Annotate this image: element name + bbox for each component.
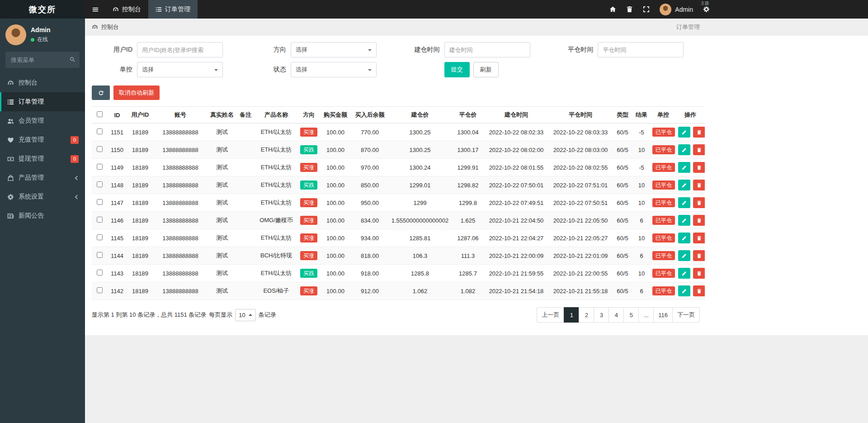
row-checkbox[interactable] — [97, 164, 103, 170]
pagination-button[interactable]: 3 — [594, 307, 609, 323]
delete-button[interactable] — [693, 250, 705, 261]
sidebar-item-label: 产品管理 — [19, 174, 44, 182]
cell-user-id: 18189 — [127, 159, 153, 176]
sidebar-toggle-button[interactable] — [85, 0, 105, 19]
heart-icon — [7, 137, 14, 143]
delete-button[interactable] — [693, 268, 705, 279]
row-checkbox[interactable] — [97, 234, 103, 240]
pagination-button[interactable]: 116 — [653, 307, 673, 323]
edit-button[interactable] — [678, 162, 690, 173]
delete-button[interactable] — [693, 233, 705, 243]
delete-button[interactable] — [693, 144, 705, 155]
row-checkbox[interactable] — [97, 217, 103, 223]
row-checkbox[interactable] — [97, 287, 103, 293]
tab-dashboard[interactable]: 控制台 — [105, 0, 148, 19]
row-checkbox[interactable] — [97, 270, 103, 276]
table-header-cell: 真实姓名 — [208, 107, 236, 124]
sidebar-item-withdraw[interactable]: 提现管理 0 — [0, 149, 85, 168]
cell-product: ETH/以太坊 — [255, 159, 298, 176]
close-time-input[interactable] — [598, 42, 684, 57]
per-page-select[interactable]: 10 — [235, 309, 255, 321]
pagination-button[interactable]: ... — [638, 307, 654, 323]
control-select[interactable]: 选择 — [137, 62, 223, 77]
cell-user-id: 18189 — [127, 141, 153, 159]
edit-button[interactable] — [678, 180, 690, 190]
delete-button[interactable] — [693, 127, 705, 138]
edit-button[interactable] — [678, 215, 690, 226]
cell-remark — [236, 265, 255, 282]
submit-button[interactable]: 提交 — [444, 62, 470, 77]
user-menu[interactable]: Admin — [660, 4, 693, 15]
delete-button[interactable] — [693, 285, 705, 296]
sidebar-item-dashboard[interactable]: 控制台 — [0, 73, 85, 92]
edit-button[interactable] — [678, 250, 690, 261]
sidebar-item-members[interactable]: 会员管理 — [0, 111, 85, 130]
settings-button[interactable] — [703, 6, 710, 13]
pagination-button[interactable]: 1 — [564, 307, 579, 323]
direction-badge: 买跌 — [300, 269, 317, 278]
home-button[interactable] — [609, 6, 616, 13]
row-checkbox[interactable] — [97, 128, 103, 134]
search-input[interactable] — [5, 52, 80, 68]
cell-user-id: 18189 — [127, 212, 153, 229]
edit-button[interactable] — [678, 127, 690, 138]
list-icon — [7, 99, 14, 105]
cell-account: 13888888888 — [153, 265, 208, 282]
row-checkbox[interactable] — [97, 146, 103, 152]
pencil-icon — [682, 165, 687, 170]
sidebar-item-label: 提现管理 — [19, 155, 44, 163]
edit-button[interactable] — [678, 285, 690, 296]
edit-button[interactable] — [678, 268, 690, 279]
table-header-cell: 单控 — [651, 107, 676, 124]
cell-open-time: 2022-10-21 22:04:50 — [484, 212, 548, 229]
pagination-button[interactable]: 5 — [623, 307, 639, 323]
banknote-icon — [7, 156, 14, 162]
sidebar-item-settings[interactable]: 系统设置 — [0, 187, 85, 206]
pagination-button[interactable]: 下一页 — [672, 307, 700, 323]
cell-remark — [236, 194, 255, 212]
sidebar-item-recharge[interactable]: 充值管理 0 — [0, 130, 85, 149]
edit-button[interactable] — [678, 233, 690, 243]
cell-real-name: 测试 — [208, 229, 236, 247]
breadcrumb-left[interactable]: 控制台 — [101, 23, 119, 31]
online-dot-icon — [31, 38, 34, 42]
sidebar-item-news[interactable]: 新闻公告 — [0, 206, 85, 225]
clear-cache-button[interactable] — [626, 6, 633, 13]
control-badge: 已平仓 — [652, 128, 675, 137]
delete-button[interactable] — [693, 197, 705, 208]
sidebar-item-orders[interactable]: 订单管理 — [0, 92, 85, 111]
edit-button[interactable] — [678, 144, 690, 155]
cell-balance: 850.00 — [351, 176, 388, 194]
delete-button[interactable] — [693, 215, 705, 226]
refresh-button[interactable]: 刷新 — [473, 62, 499, 77]
cell-amount: 100.00 — [320, 194, 351, 212]
cell-result: 10 — [632, 229, 651, 247]
users-icon — [7, 118, 14, 124]
fullscreen-button[interactable] — [643, 6, 650, 13]
cancel-auto-refresh-button[interactable]: 取消自动刷新 — [113, 86, 160, 100]
delete-button[interactable] — [693, 180, 705, 190]
user-id-input[interactable] — [137, 42, 223, 57]
delete-button[interactable] — [693, 162, 705, 173]
table-header-cell: 结果 — [632, 107, 651, 124]
sidebar-item-products[interactable]: 产品管理 — [0, 168, 85, 187]
pagination-button[interactable]: 上一页 — [537, 307, 564, 323]
table-row: 1146 18189 13888888888 测试 OMG/嫩模币 买涨 100… — [92, 212, 705, 229]
pagination-button[interactable]: 2 — [579, 307, 594, 323]
direction-select[interactable]: 选择 — [291, 42, 377, 57]
status-select[interactable]: 选择 — [291, 62, 377, 77]
edit-button[interactable] — [678, 197, 690, 208]
open-time-input[interactable] — [444, 42, 530, 57]
cell-type: 60/5 — [613, 141, 632, 159]
row-checkbox[interactable] — [97, 252, 103, 258]
cell-remark — [236, 141, 255, 159]
pagination-button[interactable]: 4 — [609, 307, 624, 323]
tab-orders[interactable]: 订单管理 — [148, 0, 198, 19]
row-checkbox[interactable] — [97, 181, 103, 187]
select-all-checkbox[interactable] — [97, 111, 103, 117]
theme-label[interactable]: 主题 — [701, 0, 709, 6]
direction-badge: 买涨 — [300, 216, 317, 225]
reload-table-button[interactable] — [92, 86, 110, 100]
row-checkbox[interactable] — [97, 199, 103, 205]
search-button[interactable] — [69, 56, 76, 63]
